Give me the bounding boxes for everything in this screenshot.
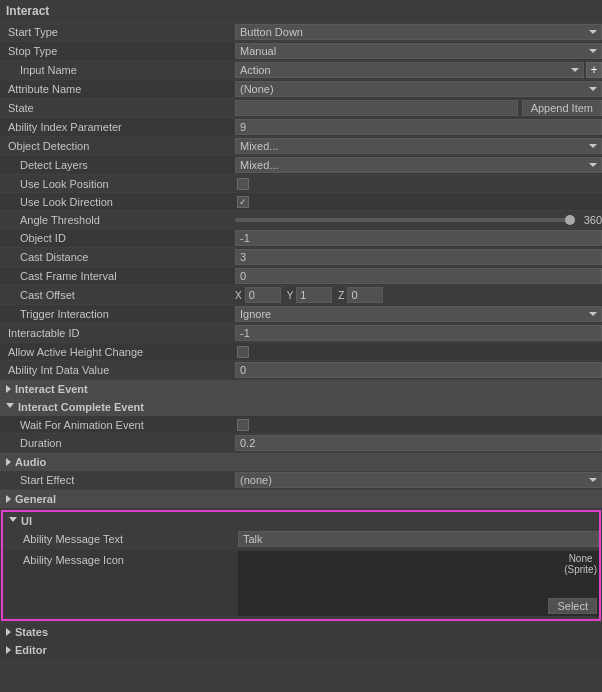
duration-row: Duration 0.2 [0,434,602,453]
trigger-interaction-row: Trigger Interaction Ignore [0,305,602,324]
detect-layers-arrow-icon [589,163,597,167]
append-item-button[interactable]: Append Item [522,100,602,116]
start-effect-dropdown[interactable]: (none) [235,472,602,488]
use-look-position-label: Use Look Position [0,178,235,190]
angle-threshold-value: 360 [235,214,602,226]
angle-threshold-slider-row: 360 [235,214,602,226]
input-name-add-button[interactable]: + [586,62,602,78]
use-look-position-value [235,178,602,190]
object-detection-label: Object Detection [0,140,235,152]
state-field[interactable] [235,100,518,116]
ui-section: UI Ability Message Text Talk Ability Mes… [1,510,601,621]
cast-distance-field[interactable]: 3 [235,249,602,265]
wait-animation-checkbox[interactable] [237,419,249,431]
interact-complete-event-triangle-icon [6,403,14,412]
start-effect-row: Start Effect (none) [0,471,602,490]
state-label: State [0,102,235,114]
editor-header[interactable]: Editor [0,641,602,659]
allow-active-height-checkbox[interactable] [237,346,249,358]
audio-label: Audio [15,456,46,468]
interactable-id-field[interactable]: -1 [235,325,602,341]
states-triangle-icon [6,628,11,636]
detect-layers-label: Detect Layers [0,159,235,171]
object-detection-dropdown[interactable]: Mixed... [235,138,602,154]
sprite-select-button[interactable]: Select [548,598,597,614]
input-name-arrow-icon [571,68,579,72]
interact-complete-event-label: Interact Complete Event [18,401,144,413]
stop-type-dropdown[interactable]: Manual [235,43,602,59]
input-name-value: Action + [235,62,602,78]
sprite-preview-area: None (Sprite) Select [238,551,599,616]
state-value: Append Item [235,100,602,116]
cast-frame-interval-field[interactable]: 0 [235,268,602,284]
object-id-field[interactable]: -1 [235,230,602,246]
general-header[interactable]: General [0,490,602,508]
state-row: State Append Item [0,99,602,118]
stop-type-arrow-icon [589,49,597,53]
ability-index-row: Ability Index Parameter 9 [0,118,602,137]
states-header[interactable]: States [0,623,602,641]
duration-label: Duration [0,437,235,449]
general-triangle-icon [6,495,11,503]
ability-int-data-value: 0 [235,362,602,378]
ability-index-value: 9 [235,119,602,135]
ability-message-text-row: Ability Message Text Talk [3,530,599,549]
use-look-position-checkbox[interactable] [237,178,249,190]
ability-message-text-label: Ability Message Text [3,533,238,545]
cast-frame-interval-value: 0 [235,268,602,284]
cast-offset-z-label: Z [338,290,344,301]
ui-header[interactable]: UI [3,512,599,530]
cast-offset-value: X Y Z [235,287,602,303]
ability-message-text-value: Talk [238,531,599,547]
detect-layers-value: Mixed... [235,157,602,173]
cast-frame-interval-row: Cast Frame Interval 0 [0,267,602,286]
interactable-id-value: -1 [235,325,602,341]
ability-message-icon-row: Ability Message Icon None (Sprite) Selec… [3,549,599,619]
audio-header[interactable]: Audio [0,453,602,471]
cast-offset-y-label: Y [287,290,294,301]
start-type-value: Button Down [235,24,602,40]
ability-index-field[interactable]: 9 [235,119,602,135]
interactable-id-label: Interactable ID [0,327,235,339]
object-detection-row: Object Detection Mixed... [0,137,602,156]
start-type-row: Start Type Button Down [0,23,602,42]
cast-offset-z-field[interactable] [347,287,383,303]
ability-int-data-field[interactable]: 0 [235,362,602,378]
cast-offset-label: Cast Offset [0,289,235,301]
start-type-dropdown[interactable]: Button Down [235,24,602,40]
stop-type-row: Stop Type Manual [0,42,602,61]
interact-panel: Interact Start Type Button Down Stop Typ… [0,0,602,659]
interactable-id-row: Interactable ID -1 [0,324,602,343]
editor-triangle-icon [6,646,11,654]
ability-message-text-field[interactable]: Talk [238,531,599,547]
attribute-name-value: (None) [235,81,602,97]
object-detection-arrow-icon [589,144,597,148]
ability-index-label: Ability Index Parameter [0,121,235,133]
use-look-direction-checkbox[interactable] [237,196,249,208]
general-label: General [15,493,56,505]
use-look-direction-row: Use Look Direction [0,193,602,211]
attribute-name-dropdown[interactable]: (None) [235,81,602,97]
sprite-none-label: None (Sprite) [564,553,597,575]
wait-animation-row: Wait For Animation Event [0,416,602,434]
attribute-name-row: Attribute Name (None) [0,80,602,99]
use-look-direction-value [235,196,602,208]
cast-offset-xyz: X Y Z [235,287,602,303]
object-id-value: -1 [235,230,602,246]
input-name-dropdown[interactable]: Action [235,62,584,78]
object-id-label: Object ID [0,232,235,244]
angle-threshold-thumb[interactable] [565,215,575,225]
ui-triangle-icon [9,517,17,526]
duration-value: 0.2 [235,435,602,451]
cast-offset-x-field[interactable] [245,287,281,303]
trigger-interaction-dropdown[interactable]: Ignore [235,306,602,322]
interact-complete-event-header[interactable]: Interact Complete Event [0,398,602,416]
start-type-label: Start Type [0,26,235,38]
start-effect-label: Start Effect [0,474,235,486]
use-look-direction-label: Use Look Direction [0,196,235,208]
duration-field[interactable]: 0.2 [235,435,602,451]
trigger-interaction-arrow-icon [589,312,597,316]
cast-offset-y-field[interactable] [296,287,332,303]
detect-layers-dropdown[interactable]: Mixed... [235,157,602,173]
interact-event-header[interactable]: Interact Event [0,380,602,398]
